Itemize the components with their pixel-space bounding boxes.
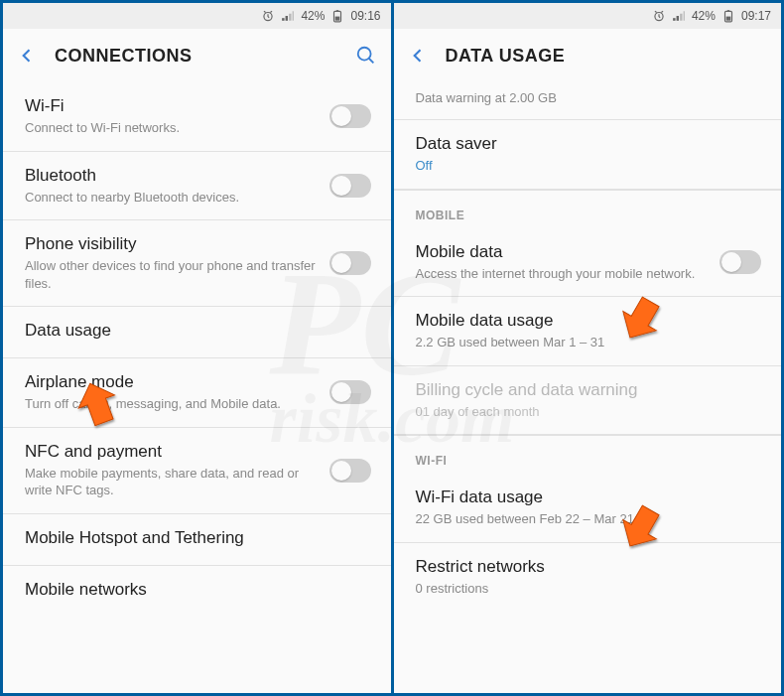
signal-icon	[281, 9, 295, 23]
toggle-wifi[interactable]	[329, 104, 371, 128]
phone-connections: 42% 09:16 CONNECTIONS Wi-Fi Connect to W…	[3, 3, 391, 693]
clock-time: 09:16	[350, 9, 380, 23]
page-title: CONNECTIONS	[55, 46, 193, 67]
battery-percent: 42%	[301, 9, 325, 23]
item-sub: 0 restrictions	[416, 580, 762, 598]
svg-rect-8	[726, 17, 731, 21]
item-title: Wi-Fi	[25, 96, 320, 116]
item-title: Billing cycle and data warning	[416, 380, 762, 400]
back-icon[interactable]	[17, 46, 37, 66]
svg-rect-7	[727, 10, 729, 11]
toggle-airplane[interactable]	[329, 380, 371, 404]
svg-rect-2	[336, 10, 338, 11]
item-sub: Make mobile payments, share data, and re…	[25, 465, 320, 499]
item-hotspot[interactable]: Mobile Hotspot and Tethering	[3, 514, 391, 566]
item-mobile-data[interactable]: Mobile data Access the internet through …	[394, 228, 782, 298]
back-icon[interactable]	[408, 46, 428, 66]
search-icon[interactable]	[355, 45, 377, 67]
item-wifi-data-usage[interactable]: Wi-Fi data usage 22 GB used between Feb …	[394, 474, 782, 543]
svg-point-4	[357, 48, 370, 61]
item-title: Phone visibility	[25, 234, 320, 254]
item-mobile-data-usage[interactable]: Mobile data usage 2.2 GB used between Ma…	[394, 297, 782, 366]
toggle-nfc[interactable]	[329, 459, 371, 483]
clock-time: 09:17	[741, 9, 771, 23]
battery-icon	[721, 9, 735, 23]
item-title: Mobile networks	[25, 580, 371, 600]
section-wifi: WI-FI	[394, 435, 782, 474]
item-title: Bluetooth	[25, 166, 320, 186]
battery-percent: 42%	[692, 9, 716, 23]
item-sub: Connect to Wi-Fi networks.	[25, 119, 320, 137]
item-billing-cycle[interactable]: Billing cycle and data warning 01 day of…	[394, 366, 782, 436]
signal-icon	[672, 9, 686, 23]
alarm-icon	[652, 9, 666, 23]
item-sub: 2.2 GB used between Mar 1 – 31	[416, 334, 762, 351]
svg-rect-3	[335, 17, 340, 21]
toggle-visibility[interactable]	[329, 251, 371, 275]
item-title: Mobile data	[416, 242, 711, 262]
status-bar: 42% 09:16	[3, 3, 391, 29]
toggle-bluetooth[interactable]	[329, 174, 371, 198]
battery-icon	[330, 9, 344, 23]
status-bar: 42% 09:17	[394, 3, 782, 29]
item-sub: Connect to nearby Bluetooth devices.	[25, 189, 320, 207]
item-title: Mobile data usage	[416, 311, 762, 331]
header-bar: DATA USAGE	[394, 29, 782, 82]
header-bar: CONNECTIONS	[3, 29, 391, 82]
item-sub: Access the internet through your mobile …	[416, 265, 711, 283]
item-restrict-networks[interactable]: Restrict networks 0 restrictions	[394, 543, 782, 612]
item-sub: Allow other devices to find your phone a…	[25, 257, 320, 292]
settings-list: Wi-Fi Connect to Wi-Fi networks. Bluetoo…	[3, 82, 391, 693]
item-title: Data saver	[416, 134, 762, 154]
item-data-saver[interactable]: Data saver Off	[394, 120, 782, 190]
page-title: DATA USAGE	[446, 46, 566, 67]
item-title: Airplane mode	[25, 372, 320, 392]
data-warning-note: Data warning at 2.00 GB	[394, 82, 782, 120]
settings-list: Data warning at 2.00 GB Data saver Off M…	[394, 82, 782, 693]
item-wifi[interactable]: Wi-Fi Connect to Wi-Fi networks.	[3, 82, 391, 152]
item-sub: 22 GB used between Feb 22 – Mar 21	[416, 510, 762, 528]
item-sub: Off	[416, 157, 762, 175]
item-mobile-networks[interactable]: Mobile networks	[3, 566, 391, 617]
item-title: NFC and payment	[25, 442, 320, 462]
phone-data-usage: 42% 09:17 DATA USAGE Data warning at 2.0…	[394, 3, 782, 693]
item-sub: 01 day of each month	[416, 403, 762, 421]
alarm-icon	[261, 9, 275, 23]
item-nfc[interactable]: NFC and payment Make mobile payments, sh…	[3, 428, 391, 514]
item-data-usage[interactable]: Data usage	[3, 307, 391, 358]
item-title: Restrict networks	[416, 557, 762, 577]
item-phone-visibility[interactable]: Phone visibility Allow other devices to …	[3, 220, 391, 307]
item-airplane-mode[interactable]: Airplane mode Turn off calling, messagin…	[3, 358, 391, 428]
item-bluetooth[interactable]: Bluetooth Connect to nearby Bluetooth de…	[3, 152, 391, 221]
section-mobile: MOBILE	[394, 190, 782, 228]
toggle-mobile-data[interactable]	[719, 250, 761, 274]
item-title: Data usage	[25, 321, 371, 341]
item-title: Wi-Fi data usage	[416, 487, 762, 507]
item-title: Mobile Hotspot and Tethering	[25, 528, 371, 548]
item-sub: Turn off calling, messaging, and Mobile …	[25, 395, 320, 413]
